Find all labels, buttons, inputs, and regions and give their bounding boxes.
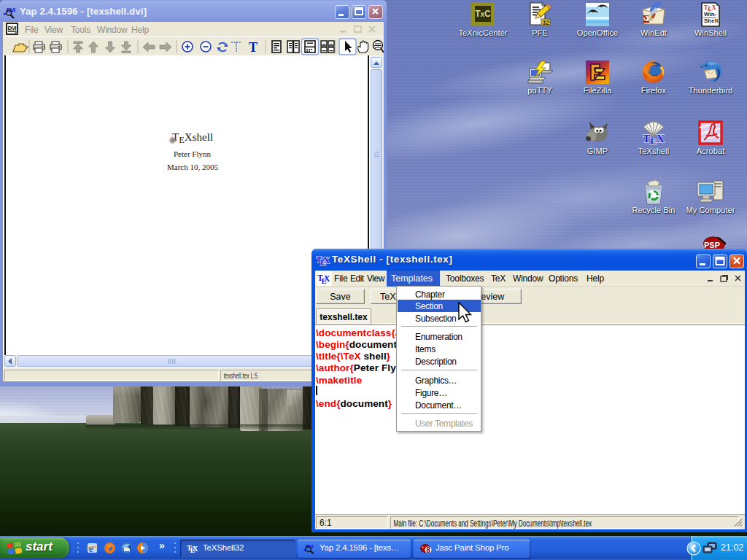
svg-text:Win-: Win- [704,11,717,18]
svg-text:X: X [324,274,330,284]
svg-text:32: 32 [542,19,549,26]
svg-text:8: 8 [426,546,430,554]
svg-text:X: X [193,545,198,553]
svg-text:TEX: TEX [643,133,665,147]
svg-text:e: e [89,543,93,554]
svg-text:DVI: DVI [8,25,17,31]
svg-text:Σ: Σ [643,13,650,25]
svg-text:X: X [323,254,330,265]
svg-text:»: » [159,540,165,551]
svg-text:Shell: Shell [704,18,718,24]
svg-text:T: T [249,40,258,55]
